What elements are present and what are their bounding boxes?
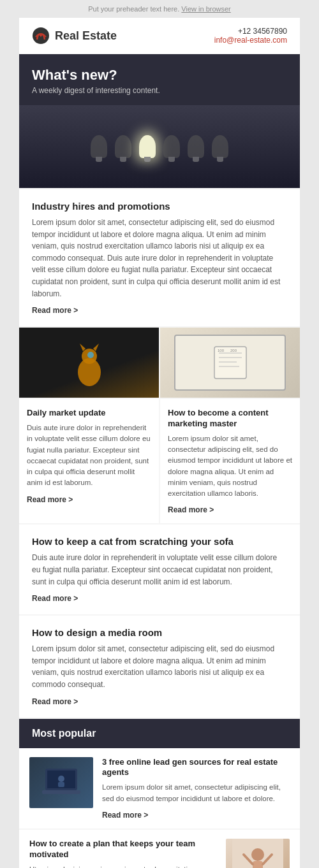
svg-text:100: 100 [218, 349, 225, 352]
popular-item-1-read-more[interactable]: Read more > [102, 811, 148, 820]
popular-item-1-content: 3 free online lead gen sources for real … [102, 757, 290, 820]
svg-point-19 [251, 848, 264, 861]
article-2-col: Daily market update Duis aute irure dolo… [19, 399, 159, 523]
article-4-body: Duis aute irure dolor in reprehenderit i… [32, 552, 287, 588]
article-1: Industry hires and promotions Lorem ipsu… [19, 189, 300, 326]
hero-image [19, 105, 300, 188]
bulb-4 [188, 135, 204, 158]
bulb-3 [163, 135, 180, 158]
article-4-read-more[interactable]: Read more > [32, 594, 78, 603]
article-2-title: Daily market update [27, 408, 151, 419]
popular-item-1: 3 free online lead gen sources for real … [19, 748, 300, 828]
lightbulb-row [91, 135, 228, 158]
popular-item-2-title: How to create a plan that keeps your tea… [29, 839, 217, 860]
article-5-body: Lorem ipsum dolor sit amet, consectetur … [32, 643, 287, 690]
svg-point-5 [87, 352, 94, 358]
svg-rect-20 [253, 861, 263, 868]
hero-title: What's new? [32, 67, 287, 83]
popular-item-1-title: 3 free online lead gen sources for real … [102, 757, 290, 779]
view-in-browser-link[interactable]: View in browser [181, 5, 230, 13]
svg-marker-3 [80, 344, 85, 351]
svg-point-16 [58, 776, 64, 782]
article-3-title: How to become a content marketing master [168, 408, 292, 430]
article-2-read-more[interactable]: Read more > [27, 495, 73, 504]
logo-area: Real Estate [32, 27, 117, 45]
most-popular-header: Most popular [19, 719, 300, 748]
svg-rect-17 [58, 782, 64, 787]
header-phone: +12 34567890 [214, 27, 287, 36]
preheader-text: Put your preheader text here. [88, 5, 179, 13]
svg-rect-15 [42, 790, 80, 794]
hero-banner: What's new? A weekly digest of interesti… [19, 54, 300, 105]
header-email[interactable]: info@real-estate.com [214, 36, 287, 45]
article-2-body: Duis aute irure dolor in reprehenderit i… [27, 423, 151, 489]
svg-text:200: 200 [230, 349, 237, 352]
bulb-lit [139, 135, 156, 158]
notebook-illustration: 100 200 [211, 344, 249, 382]
article-4-title: How to keep a cat from scratching your s… [32, 536, 287, 547]
notebook-decor: 100 200 [174, 335, 286, 391]
bulb-2 [115, 135, 131, 158]
article-3-body: Lorem ipsum dolor sit amet, consectetur … [168, 433, 292, 500]
two-col-articles: Daily market update Duis aute irure dolo… [19, 399, 300, 523]
logo-icon [32, 27, 50, 45]
popular-thumb-2 [226, 839, 290, 868]
article-3-col: How to become a content marketing master… [160, 399, 300, 523]
bulb-5 [212, 135, 228, 158]
article-5-title: How to design a media room [32, 627, 287, 638]
article-1-title: Industry hires and promotions [32, 201, 287, 212]
two-col-images: 100 200 [19, 328, 300, 398]
popular-thumb-1 [29, 757, 93, 808]
popular-item-2: How to create a plan that keeps your tea… [19, 830, 300, 868]
image-content-master: 100 200 [160, 328, 300, 398]
article-1-body: Lorem ipsum dolor sit amet, consectetur … [32, 217, 287, 300]
hero-subtitle: A weekly digest of interesting content. [32, 86, 287, 95]
laptop-illustration [36, 763, 87, 802]
bulb-1 [91, 135, 107, 158]
cat-illustration [70, 337, 108, 388]
header-contact: +12 34567890 info@real-estate.com [214, 27, 287, 45]
email-wrapper: Real Estate +12 34567890 info@real-estat… [19, 18, 300, 868]
logo-text: Real Estate [55, 29, 117, 43]
popular-item-2-content: How to create a plan that keeps your tea… [29, 839, 217, 868]
svg-marker-4 [93, 344, 99, 351]
preheader-bar: Put your preheader text here. View in br… [0, 0, 319, 18]
img-left-decor [19, 328, 159, 398]
most-popular-title: Most popular [32, 728, 287, 739]
image-market-update [19, 328, 159, 398]
article-3-read-more[interactable]: Read more > [168, 505, 214, 514]
article-5-read-more[interactable]: Read more > [32, 697, 78, 706]
email-header: Real Estate +12 34567890 info@real-estat… [19, 18, 300, 54]
popular-item-2-body: Ut enim ad minim veniam, quis nostrud ex… [29, 864, 217, 868]
article-5: How to design a media room Lorem ipsum d… [19, 616, 300, 717]
article-4: How to keep a cat from scratching your s… [19, 524, 300, 614]
article-1-read-more[interactable]: Read more > [32, 306, 78, 315]
woman-illustration [232, 839, 283, 868]
popular-item-1-body: Lorem ipsum dolor sit amet, consectetur … [102, 782, 290, 804]
